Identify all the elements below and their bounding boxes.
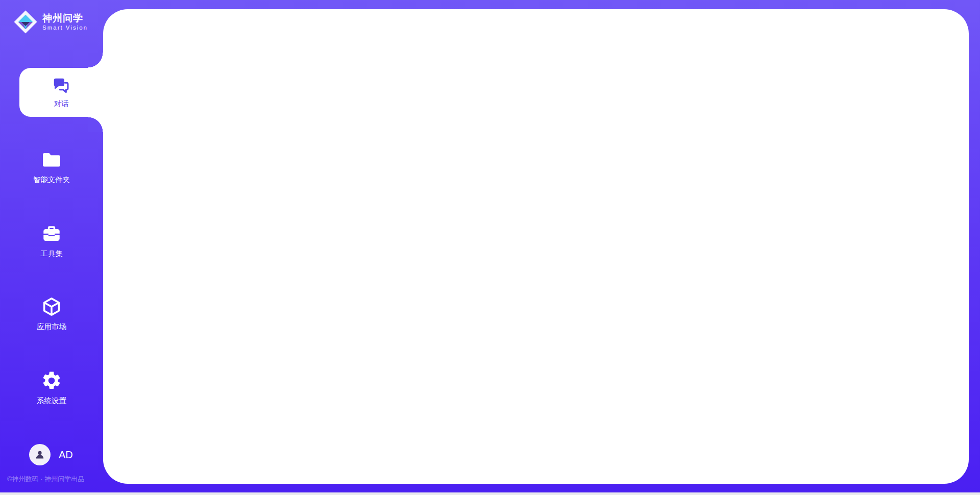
brand: 神州问学 Smart Vision [13, 10, 88, 34]
active-tab-scoop-bottom [88, 117, 103, 132]
cube-icon [41, 296, 62, 317]
brand-subtitle: Smart Vision [42, 24, 88, 31]
person-icon [34, 449, 46, 461]
user-name: AD [59, 449, 73, 461]
chat-bubbles-icon [52, 76, 71, 95]
user-profile[interactable]: AD [29, 444, 73, 465]
app-window: 神州问学 Smart Vision 对话 智能文件夹 工具集 [0, 0, 980, 495]
sidebar-item-toolset[interactable]: 工具集 [0, 223, 103, 259]
copyright-footer: ©神州数码 · 神州问学出品 [7, 475, 84, 484]
active-tab-scoop-top [88, 53, 103, 68]
sidebar-item-label: 智能文件夹 [33, 175, 70, 185]
sidebar-item-chat[interactable]: 对话 [19, 68, 103, 117]
screen-bottom-edge [0, 492, 980, 495]
sidebar-item-label: 系统设置 [37, 396, 66, 406]
sidebar-item-label: 工具集 [40, 249, 63, 259]
sidebar-item-settings[interactable]: 系统设置 [0, 370, 103, 406]
folder-icon [41, 149, 62, 170]
sidebar-item-label: 对话 [54, 99, 69, 109]
brand-name: 神州问学 [42, 13, 88, 24]
sidebar: 神州问学 Smart Vision 对话 智能文件夹 工具集 [0, 0, 103, 495]
main-content-panel [103, 9, 969, 484]
avatar [29, 444, 51, 465]
sidebar-item-app-market[interactable]: 应用市场 [0, 296, 103, 332]
brand-diamond-logo [13, 10, 38, 34]
gear-icon [41, 370, 62, 391]
toolbox-icon [41, 223, 62, 244]
brand-text: 神州问学 Smart Vision [42, 13, 88, 31]
sidebar-item-smart-folder[interactable]: 智能文件夹 [0, 149, 103, 185]
sidebar-item-label: 应用市场 [37, 322, 66, 332]
